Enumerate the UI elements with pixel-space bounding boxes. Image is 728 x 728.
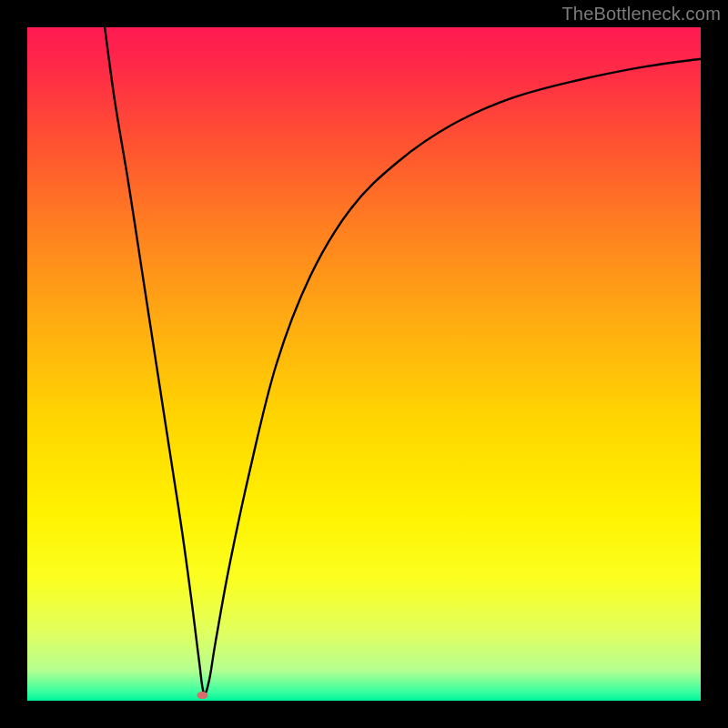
bottleneck-chart (27, 27, 701, 701)
chart-frame: TheBottleneck.com (0, 0, 728, 728)
bottleneck-marker (197, 692, 207, 699)
attribution-label: TheBottleneck.com (561, 4, 721, 25)
chart-background (27, 27, 701, 701)
